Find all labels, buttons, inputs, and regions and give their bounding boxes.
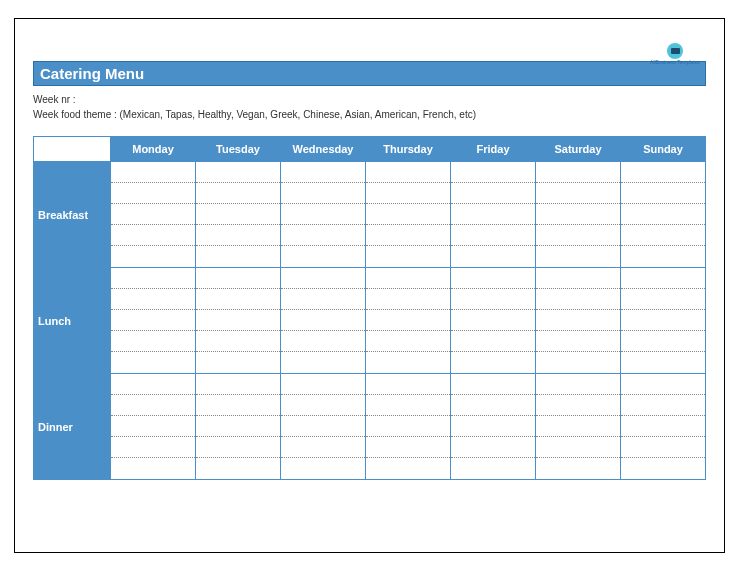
menu-line[interactable] [621, 416, 705, 437]
menu-line[interactable] [281, 289, 365, 310]
menu-cell[interactable] [451, 374, 536, 480]
menu-line[interactable] [536, 352, 620, 373]
menu-cell[interactable] [621, 268, 706, 374]
menu-line[interactable] [621, 225, 705, 246]
menu-line[interactable] [621, 246, 705, 267]
menu-cell[interactable] [111, 162, 196, 268]
menu-line[interactable] [536, 268, 620, 289]
menu-line[interactable] [196, 162, 280, 183]
menu-line[interactable] [281, 458, 365, 479]
menu-line[interactable] [536, 162, 620, 183]
menu-line[interactable] [366, 225, 450, 246]
menu-line[interactable] [196, 437, 280, 458]
menu-line[interactable] [196, 352, 280, 373]
menu-line[interactable] [281, 183, 365, 204]
menu-line[interactable] [281, 331, 365, 352]
menu-line[interactable] [366, 374, 450, 395]
menu-line[interactable] [111, 395, 195, 416]
menu-line[interactable] [111, 268, 195, 289]
menu-cell[interactable] [281, 162, 366, 268]
menu-line[interactable] [621, 395, 705, 416]
menu-line[interactable] [536, 437, 620, 458]
menu-line[interactable] [196, 416, 280, 437]
menu-line[interactable] [196, 246, 280, 267]
menu-line[interactable] [451, 331, 535, 352]
menu-line[interactable] [536, 289, 620, 310]
menu-line[interactable] [451, 268, 535, 289]
menu-line[interactable] [621, 310, 705, 331]
menu-cell[interactable] [536, 268, 621, 374]
menu-line[interactable] [111, 246, 195, 267]
menu-line[interactable] [451, 289, 535, 310]
menu-line[interactable] [111, 437, 195, 458]
menu-line[interactable] [621, 374, 705, 395]
menu-line[interactable] [196, 204, 280, 225]
menu-line[interactable] [451, 204, 535, 225]
menu-line[interactable] [196, 289, 280, 310]
menu-cell[interactable] [366, 268, 451, 374]
menu-line[interactable] [281, 416, 365, 437]
menu-line[interactable] [366, 183, 450, 204]
menu-line[interactable] [366, 162, 450, 183]
menu-line[interactable] [366, 310, 450, 331]
menu-line[interactable] [621, 268, 705, 289]
menu-line[interactable] [196, 225, 280, 246]
menu-line[interactable] [536, 183, 620, 204]
menu-line[interactable] [111, 310, 195, 331]
menu-line[interactable] [196, 310, 280, 331]
menu-cell[interactable] [196, 162, 281, 268]
menu-cell[interactable] [366, 374, 451, 480]
menu-line[interactable] [536, 374, 620, 395]
menu-line[interactable] [621, 352, 705, 373]
menu-line[interactable] [366, 204, 450, 225]
menu-line[interactable] [111, 162, 195, 183]
menu-line[interactable] [111, 331, 195, 352]
menu-line[interactable] [451, 416, 535, 437]
menu-line[interactable] [451, 437, 535, 458]
menu-line[interactable] [196, 331, 280, 352]
menu-cell[interactable] [281, 374, 366, 480]
menu-line[interactable] [281, 310, 365, 331]
menu-line[interactable] [196, 183, 280, 204]
menu-line[interactable] [281, 395, 365, 416]
menu-line[interactable] [196, 374, 280, 395]
menu-line[interactable] [536, 395, 620, 416]
menu-line[interactable] [536, 331, 620, 352]
menu-line[interactable] [281, 437, 365, 458]
menu-cell[interactable] [536, 374, 621, 480]
menu-line[interactable] [366, 246, 450, 267]
menu-line[interactable] [621, 183, 705, 204]
menu-line[interactable] [196, 268, 280, 289]
menu-line[interactable] [536, 458, 620, 479]
menu-line[interactable] [536, 416, 620, 437]
menu-line[interactable] [451, 395, 535, 416]
menu-line[interactable] [536, 246, 620, 267]
menu-line[interactable] [281, 204, 365, 225]
menu-cell[interactable] [111, 268, 196, 374]
menu-line[interactable] [621, 162, 705, 183]
menu-line[interactable] [621, 289, 705, 310]
menu-line[interactable] [111, 289, 195, 310]
menu-line[interactable] [281, 246, 365, 267]
menu-line[interactable] [451, 310, 535, 331]
menu-line[interactable] [536, 204, 620, 225]
menu-line[interactable] [111, 416, 195, 437]
menu-line[interactable] [281, 374, 365, 395]
menu-line[interactable] [451, 225, 535, 246]
menu-cell[interactable] [281, 268, 366, 374]
menu-line[interactable] [536, 310, 620, 331]
menu-line[interactable] [366, 352, 450, 373]
menu-line[interactable] [451, 162, 535, 183]
menu-line[interactable] [451, 374, 535, 395]
menu-line[interactable] [366, 268, 450, 289]
menu-line[interactable] [536, 225, 620, 246]
menu-line[interactable] [281, 268, 365, 289]
menu-line[interactable] [366, 331, 450, 352]
menu-line[interactable] [111, 374, 195, 395]
menu-line[interactable] [451, 458, 535, 479]
menu-line[interactable] [281, 162, 365, 183]
menu-cell[interactable] [196, 268, 281, 374]
menu-line[interactable] [196, 458, 280, 479]
menu-line[interactable] [111, 204, 195, 225]
menu-line[interactable] [196, 395, 280, 416]
